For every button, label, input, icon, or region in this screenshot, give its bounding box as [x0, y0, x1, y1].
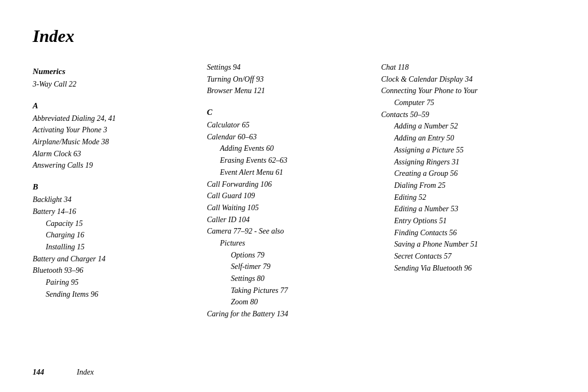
entry-item: Battery 14–16: [33, 206, 196, 218]
entry-item: Assigning Ringers 31: [381, 156, 544, 168]
entry-item: Camera 77–92 - See also: [207, 225, 370, 237]
columns-container: Numerics3-Way Call 22AAbbreviated Dialin…: [33, 62, 555, 320]
column-3: Chat 118Clock & Calendar Display 34Conne…: [381, 62, 555, 320]
section-heading-a: A: [33, 101, 196, 111]
entry-item: Bluetooth 93–96: [33, 265, 196, 277]
entry-item: Call Forwarding 106: [207, 179, 370, 191]
column-1: Numerics3-Way Call 22AAbbreviated Dialin…: [33, 62, 207, 320]
entry-item: Assigning a Picture 55: [381, 144, 544, 156]
section-heading-c: C: [207, 108, 370, 117]
entry-item: Adding an Entry 50: [381, 132, 544, 144]
entry-item: Adding Events 60: [207, 143, 370, 155]
section-heading-b: B: [33, 182, 196, 192]
entry-item: Abbreviated Dialing 24, 41: [33, 113, 196, 125]
entry-item: Finding Contacts 56: [381, 227, 544, 239]
entry-item: Call Waiting 105: [207, 202, 370, 214]
entry-item: Editing 52: [381, 192, 544, 204]
entry-item: Event Alert Menu 61: [207, 167, 370, 179]
entry-item: Saving a Phone Number 51: [381, 238, 544, 250]
entry-item: Backlight 34: [33, 194, 196, 206]
entry-item: Call Guard 109: [207, 190, 370, 202]
entry-item: Pictures: [207, 237, 370, 249]
entry-item: Sending Items 96: [33, 289, 196, 301]
entry-item: Airplane/Music Mode 38: [33, 136, 196, 148]
entry-item: Turning On/Off 93: [207, 74, 370, 85]
entry-item: Caller ID 104: [207, 214, 370, 226]
entry-item: Caring for the Battery 134: [207, 308, 370, 320]
entry-item: Options 79: [207, 249, 370, 261]
entry-item: Adding a Number 52: [381, 120, 544, 132]
spacer: [33, 90, 196, 96]
section-heading-numerics: Numerics: [33, 67, 196, 76]
entry-item: Zoom 80: [207, 296, 370, 308]
entry-item: Installing 15: [33, 241, 196, 253]
entry-item: Computer 75: [381, 97, 544, 109]
entry-item: Taking Pictures 77: [207, 285, 370, 297]
entry-item: Settings 80: [207, 273, 370, 285]
spacer: [207, 97, 370, 102]
entry-item: Settings 94: [207, 62, 370, 74]
column-2: Settings 94Turning On/Off 93Browser Menu…: [207, 62, 381, 320]
entry-item: Chat 118: [381, 62, 544, 74]
entry-item: Connecting Your Phone to Your: [381, 85, 544, 97]
spacer: [33, 171, 196, 177]
entry-item: Alarm Clock 63: [33, 148, 196, 160]
entry-item: Dialing From 25: [381, 180, 544, 192]
entry-item: Answering Calls 19: [33, 160, 196, 171]
entry-item: Self-timer 79: [207, 261, 370, 273]
entry-item: Editing a Number 53: [381, 203, 544, 215]
entry-item: Charging 16: [33, 229, 196, 241]
entry-item: Activating Your Phone 3: [33, 124, 196, 136]
entry-item: Secret Contacts 57: [381, 250, 544, 262]
entry-item: Contacts 50–59: [381, 109, 544, 121]
entry-item: Calendar 60–63: [207, 131, 370, 143]
entry-item: Battery and Charger 14: [33, 253, 196, 265]
entry-item: Clock & Calendar Display 34: [381, 74, 544, 85]
entry-item: Calculator 65: [207, 119, 370, 131]
entry-item: Capacity 15: [33, 218, 196, 230]
footer: 144 Index: [33, 368, 555, 377]
entry-item: Sending Via Bluetooth 96: [381, 262, 544, 274]
entry-item: Browser Menu 121: [207, 85, 370, 97]
footer-label: Index: [77, 368, 94, 377]
page: Index Numerics3-Way Call 22AAbbreviated …: [0, 0, 588, 392]
entry-item: Entry Options 51: [381, 215, 544, 227]
entry-item: Erasing Events 62–63: [207, 155, 370, 167]
page-title: Index: [33, 26, 555, 46]
entry-item: 3-Way Call 22: [33, 78, 196, 90]
entry-item: Pairing 95: [33, 277, 196, 289]
footer-page-number: 144: [33, 368, 44, 377]
entry-item: Creating a Group 56: [381, 168, 544, 180]
